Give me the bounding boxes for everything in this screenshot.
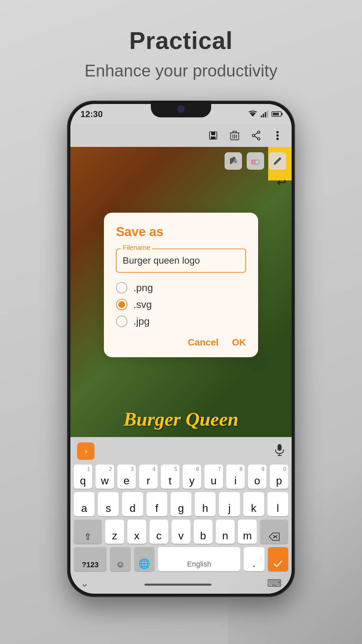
key-r[interactable]: 4r — [139, 465, 158, 489]
signal-icon — [261, 111, 268, 117]
eraser-tool-button[interactable] — [247, 152, 264, 170]
burger-queen-text: Burger Queen — [123, 408, 238, 430]
chevron-down-icon[interactable]: ⌄ — [80, 577, 89, 589]
svg-point-20 — [277, 135, 279, 137]
page-subtitle: Enhance your productivity — [84, 61, 277, 80]
key-i[interactable]: 8i — [226, 465, 245, 489]
format-png[interactable]: .png — [116, 282, 246, 293]
svg-point-15 — [252, 135, 255, 137]
key-o[interactable]: 9o — [248, 465, 266, 489]
backspace-key[interactable] — [260, 520, 288, 544]
battery-icon — [272, 111, 282, 117]
pen-tool-button[interactable] — [269, 152, 286, 170]
confirm-key[interactable] — [268, 547, 288, 571]
svg-rect-4 — [267, 111, 268, 117]
key-y[interactable]: 6y — [183, 465, 201, 489]
format-svg[interactable]: .svg — [116, 299, 246, 310]
globe-key[interactable]: 🌐 — [134, 547, 155, 571]
key-d[interactable]: d — [122, 492, 143, 516]
delete-icon[interactable] — [229, 129, 241, 142]
filename-input[interactable] — [116, 248, 246, 272]
mic-button[interactable] — [274, 443, 285, 459]
format-radio-group: .png .svg .jpg — [116, 282, 246, 327]
filename-label: Filename — [121, 244, 152, 251]
svg-point-19 — [277, 131, 279, 133]
svg-point-16 — [258, 138, 260, 140]
more-icon[interactable] — [272, 129, 284, 142]
key-a[interactable]: a — [74, 492, 95, 516]
key-row-2: a s d f g h j k l — [74, 492, 288, 516]
key-m[interactable]: m — [238, 520, 257, 544]
cancel-button[interactable]: Cancel — [188, 337, 219, 347]
phone-notch — [151, 101, 211, 117]
format-jpg-label: .jpg — [133, 315, 149, 327]
svg-marker-0 — [250, 113, 255, 117]
key-f[interactable]: f — [146, 492, 167, 516]
svg-line-17 — [255, 133, 258, 135]
fill-tool-button[interactable] — [225, 152, 242, 170]
phone-frame: 12:30 — [67, 101, 295, 597]
ok-button[interactable]: OK — [232, 337, 246, 347]
key-x[interactable]: x — [127, 520, 146, 544]
svg-rect-1 — [261, 115, 262, 117]
key-s[interactable]: s — [98, 492, 119, 516]
key-t[interactable]: 5t — [161, 465, 179, 489]
status-time: 12:30 — [80, 109, 103, 119]
radio-png — [116, 282, 127, 293]
keyboard: › 1q 2w 3e 4r 5t 6y 7 — [70, 437, 292, 594]
radio-svg-inner — [118, 301, 125, 308]
format-jpg[interactable]: .jpg — [116, 315, 246, 327]
key-b[interactable]: b — [194, 520, 213, 544]
keyboard-settings-icon[interactable]: ⌨ — [267, 577, 282, 589]
status-icons — [248, 111, 282, 117]
shift-key[interactable]: ⇧ — [74, 520, 102, 544]
wifi-icon — [248, 111, 257, 117]
filename-field-wrapper: Filename — [116, 248, 246, 272]
keyboard-bottom-nav: ⌄ ⌨ — [74, 575, 288, 590]
key-c[interactable]: c — [149, 520, 168, 544]
save-dialog: Save as Filename .png .svg — [104, 212, 258, 357]
key-row-3: ⇧ z x c v b n m — [74, 520, 288, 544]
dialog-actions: Cancel OK — [116, 337, 246, 347]
key-z[interactable]: z — [105, 520, 124, 544]
canvas-area: ↩ Save as Filename .png — [70, 147, 292, 437]
svg-line-18 — [255, 136, 258, 138]
svg-point-14 — [258, 131, 260, 133]
key-v[interactable]: v — [172, 520, 190, 544]
svg-rect-13 — [233, 131, 236, 133]
period-key[interactable]: . — [244, 547, 264, 571]
key-u[interactable]: 7u — [204, 465, 223, 489]
radio-svg — [116, 299, 127, 310]
format-png-label: .png — [133, 282, 153, 293]
top-toolbar — [70, 124, 292, 147]
save-icon[interactable] — [207, 129, 219, 142]
format-svg-label: .svg — [133, 299, 152, 310]
key-k[interactable]: k — [243, 492, 264, 516]
key-l[interactable]: l — [267, 492, 288, 516]
numbers-key[interactable]: ?123 — [74, 547, 107, 571]
page-title: Practical — [129, 27, 233, 54]
key-q[interactable]: 1q — [74, 465, 92, 489]
undo-button[interactable]: ↩ — [277, 175, 286, 189]
key-g[interactable]: g — [171, 492, 191, 516]
keyboard-expand-button[interactable]: › — [77, 442, 95, 460]
svg-rect-2 — [263, 114, 264, 117]
space-key[interactable]: English — [158, 547, 240, 571]
key-w[interactable]: 2w — [96, 465, 114, 489]
key-p[interactable]: 0p — [270, 465, 288, 489]
svg-rect-7 — [211, 137, 216, 139]
svg-point-21 — [277, 138, 279, 140]
key-n[interactable]: n — [216, 520, 235, 544]
svg-rect-6 — [211, 132, 215, 135]
key-j[interactable]: j — [219, 492, 240, 516]
emoji-key[interactable]: ☺ — [110, 547, 130, 571]
camera — [177, 105, 185, 113]
drawing-tools — [225, 152, 286, 170]
home-bar — [144, 584, 212, 586]
key-row-1: 1q 2w 3e 4r 5t 6y 7u 8i 9o 0p — [74, 465, 288, 489]
key-e[interactable]: 3e — [117, 465, 136, 489]
share-icon[interactable] — [250, 129, 262, 142]
phone-screen: 12:30 — [70, 104, 292, 594]
key-h[interactable]: h — [195, 492, 216, 516]
svg-rect-25 — [278, 444, 282, 451]
